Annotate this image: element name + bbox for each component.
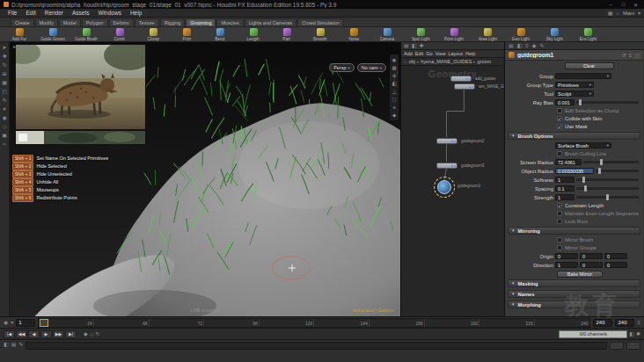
constrain-length-checkbox-checked[interactable]: ✓ [557, 203, 562, 208]
current-frame-field[interactable]: 1 [16, 319, 35, 327]
left-toolbar-icon[interactable]: ▣ [2, 133, 7, 138]
left-toolbar-icon[interactable]: ✚ [2, 54, 6, 59]
menu-item[interactable]: Render [40, 10, 68, 16]
mirroring-section[interactable]: ▼ Mirroring [508, 227, 640, 235]
pane-tab-icon[interactable]: ◧ [517, 43, 523, 48]
shelf-tab[interactable]: Modify [35, 18, 58, 26]
screen-radius-slider[interactable] [583, 161, 639, 163]
pane-tab-icon[interactable]: ✎ [539, 43, 544, 48]
shelf-tab[interactable]: Deform [109, 18, 134, 26]
network-menu-item[interactable]: Go [426, 51, 432, 56]
clear-button[interactable]: Clear [565, 62, 614, 69]
strength-field[interactable]: 1 [555, 194, 574, 200]
viewport-display-icon[interactable]: ▦ [392, 65, 396, 70]
viewport-display-icon[interactable]: ◧ [392, 81, 396, 86]
shelf-tool[interactable]: Guide Brush [70, 28, 102, 41]
viewport-display-icon[interactable]: ⊕ [392, 73, 397, 78]
transport-button[interactable]: ◀◀ [16, 330, 27, 338]
shelf-tool[interactable]: Spot Light [405, 28, 436, 41]
shelf-tool[interactable]: Sky Light [538, 28, 570, 41]
use-mask-checkbox-checked[interactable]: ✓ [557, 124, 562, 129]
brush-culling-checkbox[interactable] [557, 151, 562, 156]
left-toolbar-icon[interactable]: ◇ [3, 124, 7, 129]
settings-gear-icon[interactable]: ✱ [636, 331, 640, 337]
scene-viewport[interactable]: ▸▦≡ Persp ▾ No cam ▾ ◉▦⊕◧△◻≡◆ [10, 42, 400, 316]
end-frame-field[interactable]: 240 [593, 319, 612, 327]
channel-scope-icon[interactable]: ◧ [629, 331, 634, 337]
group-field[interactable]: ▾ [555, 73, 611, 79]
home-icon[interactable]: ⌂ [616, 11, 619, 16]
shelf-tool[interactable]: Length [238, 28, 269, 41]
status-icon[interactable]: ▤ [11, 342, 17, 347]
pane-tab-icon[interactable]: ◆ [532, 43, 537, 48]
viewport-display-icon[interactable]: ◻ [392, 97, 397, 102]
menu-item[interactable]: Edit [21, 10, 40, 16]
network-menu-item[interactable]: View [435, 51, 446, 56]
viewport-display-icon[interactable]: △ [392, 89, 396, 94]
loop-icon[interactable]: ↻ [95, 331, 99, 337]
shelf-tool[interactable]: Part [271, 28, 303, 41]
auto-key-icon[interactable]: ◇ [90, 331, 94, 337]
strength-slider[interactable] [576, 196, 639, 199]
menu-item[interactable]: Assets [68, 10, 94, 16]
status-icon[interactable]: ✎ [18, 342, 23, 347]
breadcrumb-node[interactable]: groom [478, 59, 492, 64]
transport-button[interactable]: ◀ [28, 330, 40, 338]
transport-button[interactable]: ▶▶ [53, 330, 64, 338]
left-toolbar-icon[interactable]: ◰ [2, 89, 7, 94]
lock-root-checkbox[interactable] [557, 219, 562, 224]
timeline-dropdown-icon[interactable]: ▾ [11, 320, 13, 325]
menu-item[interactable]: Windows [94, 10, 126, 16]
viewport-display-icon[interactable]: ◆ [392, 112, 396, 118]
node-name-field[interactable]: guidegroom1 [517, 52, 619, 58]
network-menu-item[interactable]: Layout [448, 51, 463, 56]
breadcrumb-object[interactable]: hyena_MANE_GUIDES [421, 59, 472, 64]
shelf-tool[interactable]: Smooth [304, 28, 336, 41]
object-radius-field[interactable]: 0.00330035 [555, 168, 594, 174]
status-indicator[interactable] [610, 342, 624, 350]
origin-x-field[interactable]: 0 [555, 253, 578, 259]
pane-tab-icon[interactable]: ◧ [412, 43, 417, 48]
viewport-toolbar-icon[interactable]: ▸ [13, 44, 16, 49]
direction-z-field[interactable]: 0 [604, 262, 627, 268]
shelf-tool[interactable]: Env Light [572, 28, 604, 41]
masking-section[interactable]: ▼ Masking [508, 279, 640, 287]
shelf-tool[interactable]: Geo Light [505, 28, 537, 41]
ray-bias-field[interactable]: 0.001 [555, 99, 574, 105]
network-graph[interactable]: Geometry add_guides wm_MANE_GUIDES guide… [401, 66, 504, 316]
menu-item[interactable]: File [4, 10, 21, 16]
ray-bias-slider[interactable] [576, 101, 639, 104]
viewport-toolbar-icon[interactable]: ≡ [28, 44, 32, 49]
edit-selection-checkbox[interactable] [557, 108, 562, 113]
left-toolbar-icon[interactable]: ➤ [2, 45, 6, 50]
object-radius-slider[interactable] [596, 170, 639, 172]
home-icon[interactable]: ⌂ [404, 59, 407, 64]
shelf-tab[interactable]: Lights and Cameras [245, 18, 296, 26]
left-toolbar-icon[interactable]: ≈ [3, 141, 5, 147]
direction-x-field[interactable]: 1 [555, 262, 578, 268]
shelf-tool[interactable]: Guide Groom [37, 28, 69, 41]
pane-tab-icon[interactable]: ▤ [509, 43, 514, 48]
scoped-channels-field[interactable]: 0/0 channels [559, 330, 627, 338]
morphing-section[interactable]: ▼ Morphing [508, 300, 640, 308]
close-button[interactable]: ✕ [631, 2, 640, 8]
shelf-tool[interactable]: Bend [204, 28, 236, 41]
shelf-tab[interactable]: Grooming [186, 18, 216, 26]
transport-button[interactable]: |◀ [4, 330, 15, 338]
spacing-slider[interactable] [576, 187, 639, 190]
shelf-tool[interactable]: Add Fur [4, 28, 35, 41]
shelf-tab[interactable]: Texture [135, 18, 159, 26]
left-toolbar-icon[interactable]: ⊞ [2, 71, 6, 76]
tool-dropdown[interactable]: Sculpt▾ [555, 90, 594, 97]
shelf-tab[interactable]: Rigging [160, 18, 186, 26]
shelf-tab[interactable]: Model [59, 18, 81, 26]
softness-field[interactable]: 1 [555, 177, 574, 183]
breadcrumb-root[interactable]: obj [409, 59, 415, 64]
left-toolbar-icon[interactable]: ◉ [2, 115, 6, 120]
status-icon[interactable]: ◧ [4, 342, 9, 347]
pane-tab-icon[interactable]: ≡ [525, 43, 529, 48]
network-menu-item[interactable]: Add [404, 51, 413, 56]
left-toolbar-icon[interactable]: ↻ [2, 62, 6, 68]
shelf-tab[interactable]: Create [11, 18, 34, 26]
minimize-button[interactable]: – [606, 2, 616, 7]
